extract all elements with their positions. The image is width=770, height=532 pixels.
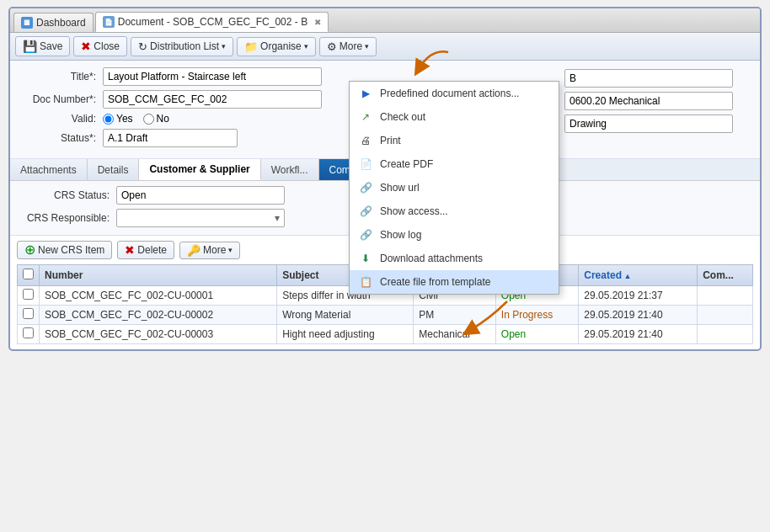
- distribution-list-icon: ↻: [138, 40, 147, 53]
- col-checkbox[interactable]: [18, 265, 40, 286]
- url-icon: 🔗: [358, 180, 373, 195]
- valid-no-label: No: [157, 113, 169, 125]
- right-field3-input[interactable]: [564, 114, 733, 133]
- organise-dropdown-icon: ▾: [304, 42, 308, 51]
- table-row[interactable]: SOB_CCM_GEC_FC_002-CU-00003 Hight need a…: [18, 325, 753, 344]
- row1-number: SOB_CCM_GEC_FC_002-CU-00001: [40, 286, 277, 306]
- download-icon: ⬇: [358, 251, 373, 266]
- menu-item-show-log-label: Show log: [380, 229, 421, 241]
- row2-checkbox-cell[interactable]: [18, 306, 40, 325]
- select-all-checkbox[interactable]: [23, 269, 34, 279]
- tab-close-icon[interactable]: ✖: [314, 18, 321, 27]
- valid-no-option[interactable]: No: [143, 113, 169, 125]
- organise-button[interactable]: 📁 Organise ▾: [237, 37, 316, 56]
- valid-yes-option[interactable]: Yes: [103, 113, 133, 125]
- valid-no-radio[interactable]: [143, 114, 154, 125]
- dashboard-icon: ▦: [21, 17, 33, 29]
- more-label: More: [340, 40, 362, 52]
- pdf-icon: 📄: [358, 157, 373, 172]
- row2-status: In Progress: [495, 306, 578, 325]
- col-created[interactable]: Created: [579, 265, 698, 286]
- more-icon: ⚙: [327, 40, 337, 53]
- table-row[interactable]: SOB_CCM_GEC_FC_002-CU-00002 Wrong Materi…: [18, 306, 753, 325]
- row2-discipline: PM: [414, 306, 496, 325]
- delete-label: Delete: [137, 244, 167, 256]
- distribution-list-label: Distribution List: [150, 40, 219, 52]
- close-button[interactable]: ✖ Close: [73, 36, 127, 56]
- menu-item-create-pdf[interactable]: 📄 Create PDF: [350, 152, 559, 176]
- sub-more-button[interactable]: 🔑 More ▾: [179, 242, 240, 259]
- status-label: Status*:: [20, 132, 96, 144]
- right-field2-input[interactable]: [564, 92, 733, 110]
- row2-comment: [698, 306, 753, 325]
- checkout-icon: ↗: [358, 109, 373, 125]
- tab-workflow[interactable]: Workfl...: [261, 159, 319, 180]
- crs-status-input[interactable]: [116, 186, 285, 205]
- menu-item-checkout[interactable]: ↗ Check out: [350, 105, 559, 129]
- row3-discipline: Mechanical: [414, 325, 496, 344]
- menu-item-show-access[interactable]: 🔗 Show access...: [350, 200, 559, 223]
- menu-item-show-url[interactable]: 🔗 Show url: [350, 176, 559, 200]
- save-button[interactable]: 💾 Save: [15, 36, 70, 56]
- menu-item-download[interactable]: ⬇ Download attachments: [350, 247, 559, 270]
- distribution-list-button[interactable]: ↻ Distribution List ▾: [131, 37, 233, 56]
- new-crs-label: New CRS Item: [38, 244, 104, 256]
- status-input[interactable]: [103, 129, 238, 147]
- tab-document-label: Document - SOB_CCM_GEC_FC_002 - B: [118, 16, 307, 28]
- menu-item-predefined[interactable]: ▶ Predefined document actions...: [350, 82, 559, 105]
- right-field1-row: [564, 69, 750, 88]
- doc-number-input[interactable]: [103, 90, 322, 109]
- sub-more-dropdown-icon: ▾: [228, 246, 233, 254]
- tab-attachments[interactable]: Attachments: [10, 159, 88, 180]
- row2-checkbox[interactable]: [23, 308, 34, 319]
- row2-number: SOB_CCM_GEC_FC_002-CU-00002: [40, 306, 277, 325]
- title-label: Title*:: [20, 71, 96, 82]
- menu-item-create-file-label: Create file from template: [380, 276, 490, 288]
- title-input[interactable]: [103, 67, 322, 86]
- row3-checkbox-cell[interactable]: [18, 325, 40, 344]
- access-icon: 🔗: [358, 204, 373, 219]
- tab-dashboard[interactable]: ▦ Dashboard: [13, 13, 94, 32]
- row1-checkbox-cell[interactable]: [18, 286, 40, 306]
- new-crs-icon: ⊕: [24, 243, 35, 257]
- tab-document[interactable]: 📄 Document - SOB_CCM_GEC_FC_002 - B ✖: [95, 12, 329, 32]
- new-crs-item-button[interactable]: ⊕ New CRS Item: [17, 241, 112, 259]
- organise-label: Organise: [260, 40, 302, 52]
- crs-status-label: CRS Status:: [17, 189, 110, 201]
- delete-icon: ✖: [125, 243, 135, 257]
- menu-item-show-log[interactable]: 🔗 Show log: [350, 223, 559, 247]
- menu-item-create-file[interactable]: 📋 Create file from template: [350, 270, 559, 294]
- menu-item-show-url-label: Show url: [380, 182, 420, 194]
- save-label: Save: [40, 40, 62, 52]
- row2-created: 29.05.2019 21:40: [579, 306, 698, 325]
- right-field2-row: [564, 92, 750, 110]
- valid-yes-radio[interactable]: [103, 114, 114, 125]
- crs-responsible-label: CRS Responsible:: [17, 212, 110, 224]
- row1-checkbox[interactable]: [23, 289, 34, 300]
- delete-button[interactable]: ✖ Delete: [117, 241, 174, 259]
- col-number[interactable]: Number: [40, 265, 277, 286]
- tab-details[interactable]: Details: [88, 159, 140, 180]
- tab-customer-supplier[interactable]: Customer & Supplier: [139, 159, 260, 180]
- sub-more-label: More: [203, 244, 226, 256]
- distribution-list-dropdown-icon: ▾: [222, 42, 226, 51]
- row1-created: 29.05.2019 21:37: [579, 286, 698, 306]
- save-icon: 💾: [23, 40, 37, 53]
- print-icon: 🖨: [358, 133, 373, 148]
- right-field3-row: [564, 114, 750, 133]
- valid-radio-group: Yes No: [103, 113, 169, 125]
- right-field1-input[interactable]: [564, 69, 733, 88]
- crs-responsible-dropdown-icon: ▾: [275, 212, 280, 224]
- predefined-icon: ▶: [358, 86, 373, 101]
- log-icon: 🔗: [358, 227, 373, 242]
- more-button[interactable]: ⚙ More ▾: [319, 37, 377, 56]
- row2-subject: Wrong Material: [277, 306, 414, 325]
- row1-comment: [698, 286, 753, 306]
- tab-bar: ▦ Dashboard 📄 Document - SOB_CCM_GEC_FC_…: [10, 8, 760, 33]
- menu-item-print[interactable]: 🖨 Print: [350, 129, 559, 152]
- row3-number: SOB_CCM_GEC_FC_002-CU-00003: [40, 325, 277, 344]
- row3-status: Open: [495, 325, 578, 344]
- col-comment[interactable]: Com...: [698, 265, 753, 286]
- crs-responsible-dropdown[interactable]: ▾: [116, 209, 285, 227]
- row3-checkbox[interactable]: [23, 327, 34, 338]
